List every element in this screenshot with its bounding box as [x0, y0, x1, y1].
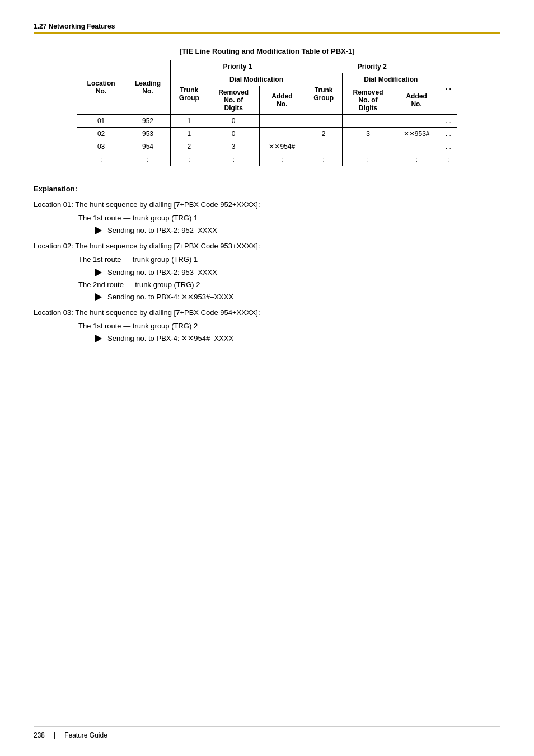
send-line: Sending no. to PBX-2: 952–XXXX: [95, 224, 500, 237]
arrow-icon: [95, 335, 102, 342]
location-label-line: Location 03: The hunt sequence by dialli…: [34, 307, 500, 319]
explanation-location: Location 03: The hunt sequence by dialli…: [34, 307, 500, 345]
table-cell: 02: [77, 128, 125, 140]
send-text: Sending no. to PBX-2: 953–XXXX: [107, 266, 217, 279]
table-cell: 954: [125, 140, 171, 153]
routing-table: LocationNo. LeadingNo. Priority 1 Priori…: [77, 60, 457, 166]
table-cell: 0: [208, 128, 259, 140]
explanation-location: Location 02: The hunt sequence by dialli…: [34, 240, 500, 303]
table-dots-row: :::::::::: [77, 153, 457, 166]
footer-guide: Feature Guide: [64, 731, 107, 739]
route-line: The 1st route — trunk group (TRG) 1: [78, 253, 500, 266]
table-cell: . .: [439, 115, 457, 128]
table-row: 029531023✕✕953#. .: [77, 128, 457, 140]
table-cell: [305, 115, 343, 128]
arrow-icon: [95, 269, 102, 276]
explanation-title: Explanation:: [34, 183, 500, 195]
table-cell: ✕✕954#: [259, 140, 305, 153]
section-header: 1.27 Networking Features: [34, 22, 500, 34]
route-line: The 1st route — trunk group (TRG) 1: [78, 212, 500, 224]
col-leading: LeadingNo.: [125, 60, 171, 115]
table-cell: 0: [208, 115, 259, 128]
table-dots-cell: :: [305, 153, 343, 166]
table-cell: [343, 115, 394, 128]
table-dots-cell: :: [439, 153, 457, 166]
send-line: Sending no. to PBX-4: ✕✕953#–XXXX: [95, 291, 500, 303]
table-cell: [394, 115, 439, 128]
table-cell: ✕✕953#: [394, 128, 439, 140]
send-text: Sending no. to PBX-4: ✕✕954#–XXXX: [107, 332, 233, 345]
route-line: The 2nd route — trunk group (TRG) 2: [78, 279, 500, 291]
table-cell: [343, 140, 394, 153]
explanation-section: Explanation: Location 01: The hunt seque…: [34, 183, 500, 345]
arrow-icon: [95, 293, 102, 301]
col-p2-added: AddedNo.: [394, 86, 439, 115]
col-p1-dial-mod: Dial Modification: [208, 73, 305, 86]
table-cell: 3: [343, 128, 394, 140]
table-cell: 952: [125, 115, 171, 128]
table-cell: . .: [439, 140, 457, 153]
table-cell: 2: [305, 128, 343, 140]
send-line: Sending no. to PBX-2: 953–XXXX: [95, 266, 500, 279]
location-label-line: Location 01: The hunt sequence by dialli…: [34, 199, 500, 211]
footer: 238 | Feature Guide: [34, 726, 500, 739]
col-priority1: Priority 1: [170, 60, 305, 73]
section-title: 1.27 Networking Features: [34, 22, 115, 30]
footer-separator: |: [54, 731, 55, 739]
table-dots-cell: :: [77, 153, 125, 166]
send-text: Sending no. to PBX-4: ✕✕953#–XXXX: [107, 291, 233, 303]
table-dots-cell: :: [125, 153, 171, 166]
table-title: [TIE Line Routing and Modification Table…: [34, 47, 500, 55]
table-cell: 01: [77, 115, 125, 128]
table-dots-cell: :: [259, 153, 305, 166]
table-cell: [305, 140, 343, 153]
col-p1-added: AddedNo.: [259, 86, 305, 115]
table-cell: 1: [170, 115, 208, 128]
table-cell: [394, 140, 439, 153]
col-location: LocationNo.: [77, 60, 125, 115]
send-line: Sending no. to PBX-4: ✕✕954#–XXXX: [95, 332, 500, 345]
table-cell: [259, 128, 305, 140]
col-p1-trunk: TrunkGroup: [170, 73, 208, 115]
route-line: The 1st route — trunk group (TRG) 2: [78, 320, 500, 332]
table-dots-cell: :: [208, 153, 259, 166]
arrow-icon: [95, 227, 102, 234]
table-cell: 1: [170, 128, 208, 140]
col-priority2: Priority 2: [305, 60, 439, 73]
col-p1-removed: RemovedNo. ofDigits: [208, 86, 259, 115]
table-cell: . .: [439, 128, 457, 140]
col-dots-header: . .: [439, 60, 457, 115]
col-p2-dial-mod: Dial Modification: [343, 73, 439, 86]
table-row: 0195210. .: [77, 115, 457, 128]
table-cell: [259, 115, 305, 128]
table-cell: 03: [77, 140, 125, 153]
table-cell: 3: [208, 140, 259, 153]
send-text: Sending no. to PBX-2: 952–XXXX: [107, 224, 217, 237]
col-p2-trunk: TrunkGroup: [305, 73, 343, 115]
footer-page: 238: [34, 731, 45, 739]
table-dots-cell: :: [343, 153, 394, 166]
explanation-location: Location 01: The hunt sequence by dialli…: [34, 199, 500, 237]
location-label-line: Location 02: The hunt sequence by dialli…: [34, 240, 500, 252]
col-p2-removed: RemovedNo. ofDigits: [343, 86, 394, 115]
table-cell: 953: [125, 128, 171, 140]
table-cell: 2: [170, 140, 208, 153]
page: 1.27 Networking Features [TIE Line Routi…: [0, 0, 534, 756]
table-row: 0395423✕✕954#. .: [77, 140, 457, 153]
table-dots-cell: :: [394, 153, 439, 166]
table-dots-cell: :: [170, 153, 208, 166]
